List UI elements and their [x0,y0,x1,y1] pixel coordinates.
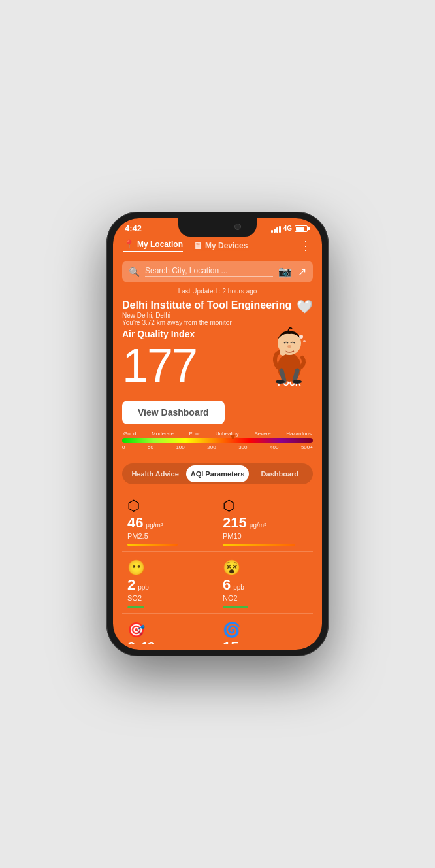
scale-num-50: 50 [148,444,153,450]
co-icon: 🎯 [127,622,145,639]
mascot-svg [263,318,315,384]
location-card: Delhi Institute of Tool Engineering New … [113,299,322,395]
pm25-bar [127,544,178,546]
co-row: 0.40 ppm [127,639,212,644]
scale-label-poor: Poor [189,431,200,437]
scale-num-200: 200 [207,444,216,450]
svg-point-4 [276,380,285,384]
nav-tabs: 📍 My Location 🖥 My Devices ⋮ [113,236,322,258]
camera [234,224,241,230]
signal-bar-2 [274,229,276,233]
nav-tab-location[interactable]: 📍 My Location [123,239,183,252]
aqi-scale-bar: ▼ [122,438,313,443]
so2-bar [127,606,144,608]
tab-dashboard[interactable]: Dashboard [249,465,311,482]
scale-labels: Good Moderate Poor Unhealthy Severe Haza… [122,431,313,437]
more-menu-button[interactable]: ⋮ [300,239,312,253]
scale-num-300: 300 [238,444,247,450]
signal-bar-4 [279,226,281,233]
nav-tab-devices[interactable]: 🖥 My Devices [193,241,248,251]
so2-unit: ppb [138,584,149,591]
svg-point-5 [293,380,302,384]
pm25-unit: µg/m³ [146,522,163,529]
view-dashboard-button[interactable]: View Dashboard [122,401,225,424]
segment-tabs: Health Advice AQI Parameters Dashboard [122,463,313,484]
scale-numbers: 0 50 100 200 300 400 500+ [122,444,313,450]
tab-aqi-parameters[interactable]: AQI Parameters [186,465,248,482]
camera-icon[interactable]: 📷 [278,265,291,278]
o3-value: 15 [223,639,238,644]
co-value: 0.40 [127,639,155,644]
mascot-area: POOR [263,318,315,388]
param-co: 🎯 0.40 ppm CO [122,613,218,644]
param-so2: 😶 2 ppb SO2 [122,551,218,613]
battery-body [295,225,308,232]
battery-icon [295,225,310,232]
battery-fill [296,227,304,231]
location-pin-icon: 📍 [123,239,135,250]
signal-bar-1 [271,230,273,233]
notch [178,218,257,237]
no2-bar [223,606,248,608]
so2-row: 2 ppb [127,576,212,593]
nav-tab-location-label: My Location [137,240,183,249]
no2-name: NO2 [223,594,308,602]
svg-point-3 [280,349,286,356]
so2-icon: 😶 [127,559,145,576]
pm10-icon: ⬡ [223,497,235,514]
nav-tab-devices-label: My Devices [205,241,248,250]
favorite-button[interactable]: 🤍 [297,299,313,314]
param-pm10: ⬡ 215 µg/m³ PM10 [218,490,313,551]
pm10-bar [223,544,295,546]
o3-row: 15 ppb [223,639,308,644]
network-type: 4G [283,225,292,232]
no2-row: 6 ppb [223,576,308,593]
scale-label-good: Good [123,431,137,437]
svg-point-2 [287,345,291,348]
aqi-scale: Good Moderate Poor Unhealthy Severe Haza… [113,431,322,458]
pm25-row: 46 µg/m³ [127,514,212,531]
parameters-grid: ⬡ 46 µg/m³ PM2.5 ⬡ 215 µg/m³ PM10 [113,490,322,644]
no2-icon: 😵 [223,559,240,576]
scroll-content: 📍 My Location 🖥 My Devices ⋮ 🔍 Search Ci… [113,236,322,644]
param-pm25: ⬡ 46 µg/m³ PM2.5 [122,490,218,551]
no2-unit: ppb [233,584,244,591]
mascot-figure [263,318,315,377]
pm25-value: 46 [127,514,143,531]
pm25-name: PM2.5 [127,532,212,540]
svg-point-7 [303,340,306,342]
param-o3: 🌀 15 ppb O3 [218,613,313,644]
scale-num-500: 500+ [301,444,313,450]
scale-label-moderate: Moderate [152,431,174,437]
pm10-unit: µg/m³ [250,522,266,529]
svg-point-6 [299,335,303,339]
scale-num-400: 400 [270,444,278,450]
so2-name: SO2 [127,594,212,602]
phone-screen: 4:42 4G [113,218,322,650]
status-time: 4:42 [125,224,142,233]
battery-cap [308,227,310,230]
search-input[interactable]: Search City, Location ... [145,266,273,277]
pm10-row: 215 µg/m³ [223,514,308,531]
share-icon[interactable]: ↗ [298,265,306,278]
scale-num-0: 0 [122,444,125,450]
pm25-icon: ⬡ [127,497,140,514]
so2-value: 2 [127,576,135,593]
param-no2: 😵 6 ppb NO2 [218,551,313,613]
device-icon: 🖥 [193,241,202,251]
tab-health-advice[interactable]: Health Advice [124,465,186,482]
scale-num-100: 100 [176,444,184,450]
status-icons: 4G [271,225,310,233]
location-name: Delhi Institute of Tool Engineering [122,299,313,311]
signal-bars-icon [271,225,281,233]
pm10-value: 215 [223,514,247,531]
last-updated-text: Last Updated : 2 hours ago [113,285,322,299]
scale-indicator-arrow: ▼ [229,433,237,442]
scale-label-severe: Severe [254,431,270,437]
signal-bar-3 [276,227,278,233]
scale-label-hazardous: Hazardous [286,431,312,437]
pm10-name: PM10 [223,532,308,540]
phone-frame: 4:42 4G [106,212,329,656]
search-bar: 🔍 Search City, Location ... 📷 ↗ [122,261,313,282]
o3-icon: 🌀 [223,622,240,639]
